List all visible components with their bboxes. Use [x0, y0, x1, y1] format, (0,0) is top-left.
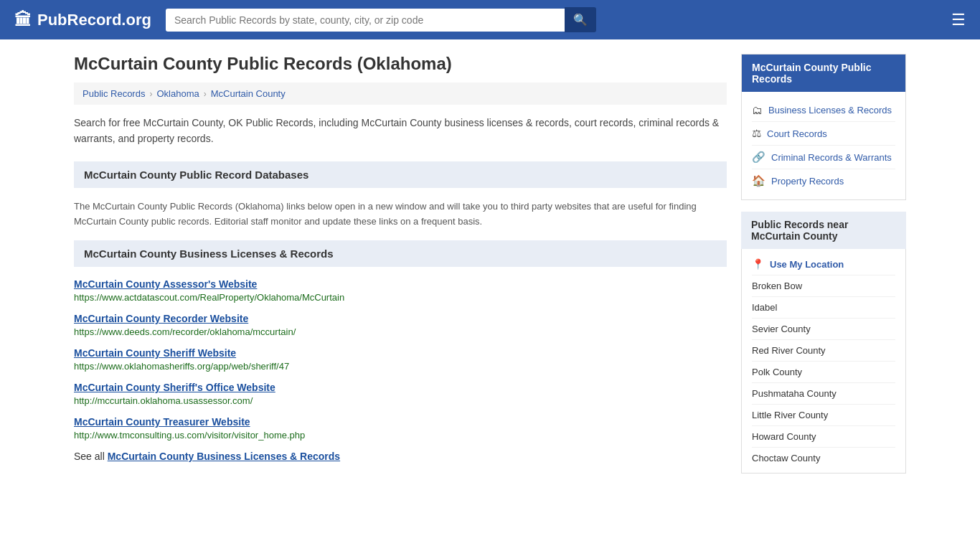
- description: Search for free McCurtain County, OK Pub…: [74, 115, 727, 147]
- nearby-label-3: Red River County: [752, 345, 826, 356]
- nearby-label-1: Idabel: [752, 302, 777, 313]
- sidebar-nearby-header: Public Records near McCurtain County: [741, 212, 906, 249]
- nearby-item-choctaw[interactable]: Choctaw County: [752, 448, 895, 468]
- record-item: McCurtain County Recorder Website https:…: [74, 313, 727, 337]
- nearby-item-idabel[interactable]: Idabel: [752, 297, 895, 319]
- nearby-item-polk[interactable]: Polk County: [752, 362, 895, 383]
- breadcrumb-public-records[interactable]: Public Records: [83, 88, 145, 99]
- record-url-4[interactable]: http://www.tmconsulting.us.com/visitor/v…: [74, 430, 727, 441]
- record-title-3[interactable]: McCurtain County Sheriff's Office Websit…: [74, 382, 727, 393]
- sidebar-label-property: Property Records: [771, 176, 844, 187]
- nearby-item-little-river[interactable]: Little River County: [752, 405, 895, 426]
- logo[interactable]: 🏛 PubRecord.org: [14, 10, 151, 30]
- see-all-prefix: See all: [74, 451, 108, 462]
- menu-icon[interactable]: ☰: [951, 11, 966, 29]
- nearby-label-8: Choctaw County: [752, 453, 820, 463]
- nearby-label-6: Little River County: [752, 410, 828, 420]
- business-header: McCurtain County Business Licenses & Rec…: [74, 240, 727, 267]
- sidebar-nearby-box: Public Records near McCurtain County 📍 U…: [741, 212, 906, 474]
- search-input[interactable]: [166, 9, 565, 32]
- nearby-item-pushmataha[interactable]: Pushmataha County: [752, 383, 895, 405]
- nearby-item-red-river[interactable]: Red River County: [752, 340, 895, 362]
- databases-header: McCurtain County Public Record Databases: [74, 161, 727, 188]
- nearby-label-7: Howard County: [752, 431, 816, 442]
- page-title: McCurtain County Public Records (Oklahom…: [74, 54, 727, 74]
- breadcrumb-oklahoma[interactable]: Oklahoma: [156, 88, 199, 99]
- briefcase-icon: 🗂: [752, 104, 763, 116]
- record-item: McCurtain County Sheriff's Office Websit…: [74, 382, 727, 406]
- record-url-2[interactable]: https://www.oklahomasheriffs.org/app/web…: [74, 361, 727, 372]
- logo-text: PubRecord.org: [37, 11, 151, 29]
- search-bar: 🔍: [166, 7, 596, 32]
- record-url-1[interactable]: https://www.deeds.com/recorder/oklahoma/…: [74, 326, 727, 337]
- nearby-label-5: Pushmataha County: [752, 388, 837, 399]
- breadcrumb-sep-1: ›: [149, 89, 152, 99]
- nearby-label-4: Polk County: [752, 367, 802, 377]
- chain-icon: 🔗: [752, 151, 765, 164]
- record-url-0[interactable]: https://www.actdatascout.com/RealPropert…: [74, 292, 727, 303]
- header: 🏛 PubRecord.org 🔍 ☰: [0, 0, 980, 39]
- see-all-link[interactable]: McCurtain County Business Licenses & Rec…: [108, 451, 340, 462]
- sidebar: McCurtain County Public Records 🗂 Busine…: [741, 54, 906, 474]
- content: McCurtain County Public Records (Oklahom…: [74, 54, 727, 474]
- records-list: McCurtain County Assessor's Website http…: [74, 278, 727, 441]
- record-item: McCurtain County Assessor's Website http…: [74, 278, 727, 303]
- databases-desc: The McCurtain County Public Records (Okl…: [74, 199, 727, 230]
- sidebar-item-business[interactable]: 🗂 Business Licenses & Records: [752, 99, 895, 122]
- sidebar-label-court: Court Records: [767, 128, 827, 139]
- record-title-2[interactable]: McCurtain County Sheriff Website: [74, 347, 727, 359]
- record-url-3[interactable]: http://mccurtain.oklahoma.usassessor.com…: [74, 395, 727, 406]
- see-all: See all McCurtain County Business Licens…: [74, 451, 727, 462]
- use-my-location[interactable]: 📍 Use My Location: [752, 253, 895, 276]
- search-icon: 🔍: [573, 14, 588, 26]
- nearby-item-howard[interactable]: Howard County: [752, 426, 895, 448]
- logo-icon: 🏛: [14, 10, 32, 30]
- record-title-0[interactable]: McCurtain County Assessor's Website: [74, 278, 727, 290]
- breadcrumb-county[interactable]: McCurtain County: [211, 88, 286, 99]
- record-item: McCurtain County Treasurer Website http:…: [74, 416, 727, 441]
- sidebar-item-property[interactable]: 🏠 Property Records: [752, 169, 895, 192]
- search-button[interactable]: 🔍: [565, 7, 596, 32]
- breadcrumb-sep-2: ›: [204, 89, 207, 99]
- use-my-location-label: Use My Location: [770, 259, 844, 270]
- record-item: McCurtain County Sheriff Website https:/…: [74, 347, 727, 372]
- breadcrumb: Public Records › Oklahoma › McCurtain Co…: [74, 83, 727, 105]
- sidebar-label-business: Business Licenses & Records: [768, 105, 892, 116]
- nearby-item-broken-bow[interactable]: Broken Bow: [752, 276, 895, 297]
- sidebar-nearby-body: 📍 Use My Location Broken Bow Idabel Sevi…: [741, 249, 906, 474]
- main-container: McCurtain County Public Records (Oklahom…: [60, 39, 920, 488]
- sidebar-item-court[interactable]: ⚖ Court Records: [752, 122, 895, 146]
- sidebar-label-criminal: Criminal Records & Warrants: [771, 152, 892, 163]
- record-title-4[interactable]: McCurtain County Treasurer Website: [74, 416, 727, 428]
- sidebar-public-records-body: 🗂 Business Licenses & Records ⚖ Court Re…: [742, 92, 905, 199]
- nearby-item-sevier[interactable]: Sevier County: [752, 319, 895, 340]
- sidebar-item-criminal[interactable]: 🔗 Criminal Records & Warrants: [752, 146, 895, 169]
- house-icon: 🏠: [752, 174, 765, 187]
- nearby-label-0: Broken Bow: [752, 281, 802, 291]
- sidebar-public-records-box: McCurtain County Public Records 🗂 Busine…: [741, 54, 906, 200]
- scales-icon: ⚖: [752, 127, 761, 140]
- sidebar-public-records-header: McCurtain County Public Records: [742, 55, 905, 92]
- location-pin-icon: 📍: [752, 258, 764, 270]
- nearby-label-2: Sevier County: [752, 324, 811, 334]
- record-title-1[interactable]: McCurtain County Recorder Website: [74, 313, 727, 324]
